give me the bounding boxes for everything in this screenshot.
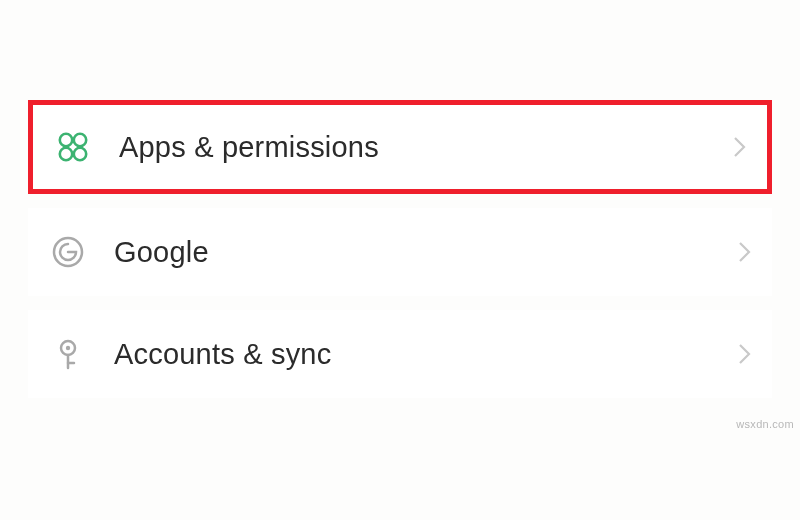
watermark: wsxdn.com [736, 418, 794, 430]
chevron-right-icon [731, 132, 749, 162]
svg-point-6 [66, 346, 70, 350]
svg-point-2 [60, 148, 72, 160]
svg-point-0 [60, 134, 72, 146]
apps-icon [51, 125, 95, 169]
settings-item-apps-permissions[interactable]: Apps & permissions [28, 100, 772, 194]
chevron-right-icon [736, 237, 754, 267]
chevron-right-icon [736, 339, 754, 369]
settings-item-label: Accounts & sync [114, 338, 736, 371]
settings-item-google[interactable]: Google [28, 208, 772, 296]
settings-item-label: Google [114, 236, 736, 269]
svg-point-3 [74, 148, 86, 160]
key-icon [46, 332, 90, 376]
svg-point-1 [74, 134, 86, 146]
google-icon [46, 230, 90, 274]
settings-list: Apps & permissions Google [0, 0, 800, 398]
settings-item-label: Apps & permissions [119, 131, 731, 164]
settings-item-accounts-sync[interactable]: Accounts & sync [28, 310, 772, 398]
